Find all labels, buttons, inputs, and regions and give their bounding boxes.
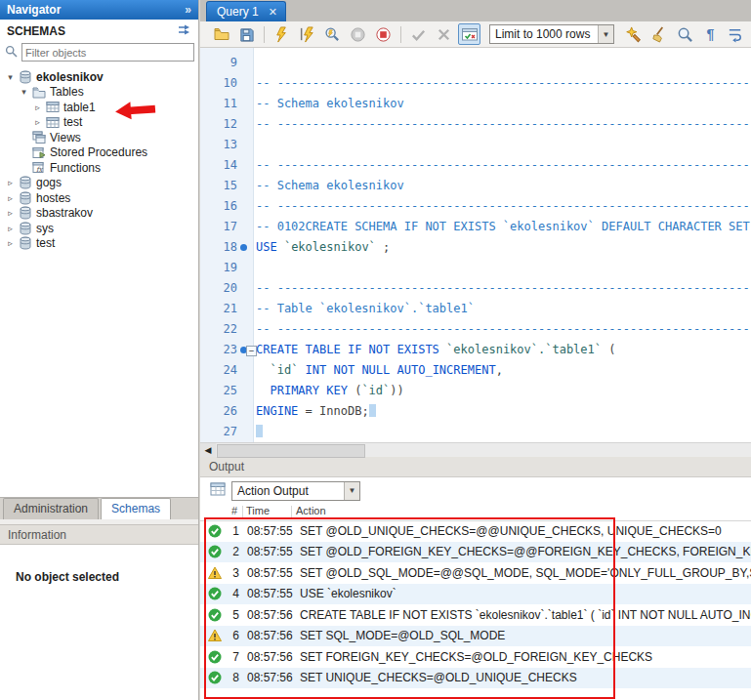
tab-query-1[interactable]: Query 1 ✕ <box>206 1 286 21</box>
code-line-15[interactable]: 15-- Schema ekolesnikov <box>200 176 751 196</box>
tree-item-gogs[interactable]: ▹gogs <box>0 176 198 191</box>
chevron-down-icon[interactable]: ▼ <box>344 482 359 500</box>
code-segment: `id` <box>361 384 390 397</box>
rollback-icon[interactable] <box>433 23 455 45</box>
tree-item-table1[interactable]: ▹table1 <box>0 100 198 115</box>
column-divider[interactable] <box>242 506 243 518</box>
success-icon <box>208 587 222 600</box>
code-line-21[interactable]: 21-- Table `ekolesnikov`.`table1` <box>200 299 751 319</box>
code-line-26[interactable]: 26ENGINE = InnoDB; <box>200 401 751 422</box>
expand-icon[interactable]: ▹ <box>31 117 44 127</box>
output-row-7[interactable]: 708:57:56SET FOREIGN_KEY_CHECKS=@OLD_FOR… <box>200 646 751 668</box>
success-icon <box>208 608 222 622</box>
find-icon[interactable] <box>674 23 696 45</box>
collapse-icon[interactable]: ▾ <box>4 72 17 82</box>
editor-horizontal-scrollbar[interactable]: ◀ <box>200 442 751 457</box>
tree-item-test[interactable]: ▹test <box>0 115 198 131</box>
expand-icon[interactable]: ▹ <box>4 178 17 187</box>
limit-rows-dropdown[interactable]: Limit to 1000 rows ▼ <box>489 24 614 44</box>
close-tab-icon[interactable]: ✕ <box>269 7 277 18</box>
line-number: 15 <box>200 176 237 196</box>
tree-item-stored-procedures[interactable]: Stored Procedures <box>0 145 198 161</box>
code-line-16[interactable]: 16-- -----------------------------------… <box>200 196 751 217</box>
expand-panel-icon[interactable] <box>178 24 191 38</box>
output-row-6[interactable]: 608:57:56SET SQL_MODE=@OLD_SQL_MODE <box>200 626 751 647</box>
expand-icon[interactable]: ▹ <box>4 238 17 248</box>
collapse-icon[interactable]: ▾ <box>18 87 30 97</box>
expand-icon[interactable]: ▹ <box>4 208 17 218</box>
line-number: 9 <box>200 53 237 73</box>
code-line-18[interactable]: 18USE `ekolesnikov` ; <box>200 237 751 258</box>
filter-objects-input[interactable] <box>21 43 194 62</box>
tree-item-label: table1 <box>61 101 96 114</box>
panel-menu-icon[interactable]: » <box>185 3 191 17</box>
chevron-down-icon[interactable]: ▼ <box>598 25 613 43</box>
code-line-12[interactable]: 12-- -----------------------------------… <box>200 114 751 135</box>
expand-icon[interactable]: ▹ <box>31 103 44 112</box>
sql-editor-panel: Query 1 ✕ <box>200 0 751 700</box>
line-number: 11 <box>200 94 237 114</box>
tab-schemas[interactable]: Schemas <box>101 498 171 519</box>
tree-item-label: sbastrakov <box>33 206 93 220</box>
code-line-17[interactable]: 17-- 0102CREATE SCHEMA IF NOT EXISTS `ek… <box>200 217 751 237</box>
code-line-19[interactable]: 19 <box>200 258 751 278</box>
execute-current-icon[interactable] <box>296 23 318 45</box>
stop-icon[interactable] <box>347 23 369 45</box>
scroll-left-icon[interactable]: ◀ <box>200 443 216 457</box>
output-row-4[interactable]: 408:57:55USE `ekolesnikov` <box>200 584 751 605</box>
code-line-13[interactable]: 13 <box>200 135 751 155</box>
execute-icon[interactable] <box>271 23 293 45</box>
code-line-14[interactable]: 14-- -----------------------------------… <box>200 155 751 176</box>
output-row-3[interactable]: 308:57:55SET @OLD_SQL_MODE=@@SQL_MODE, S… <box>200 562 751 584</box>
output-row-1[interactable]: 108:57:55SET @OLD_UNIQUE_CHECKS=@@UNIQUE… <box>200 520 751 542</box>
success-icon <box>208 671 222 684</box>
scrollbar-thumb[interactable] <box>217 444 365 458</box>
beautify-icon[interactable] <box>623 23 646 45</box>
tree-item-label: test <box>33 236 55 250</box>
clear-query-icon[interactable] <box>648 23 671 45</box>
code-line-9[interactable]: 9 <box>200 53 751 73</box>
output-row-8[interactable]: 808:57:56SET UNIQUE_CHECKS=@OLD_UNIQUE_C… <box>200 668 751 689</box>
toggle-wrap-icon[interactable] <box>725 23 747 45</box>
warning-icon <box>208 566 222 580</box>
tab-administration[interactable]: Administration <box>3 498 99 519</box>
expand-icon[interactable]: ▹ <box>4 224 17 233</box>
open-script-icon[interactable] <box>210 23 232 45</box>
toggle-autocommit-icon[interactable] <box>458 23 480 45</box>
column-header-index[interactable]: # <box>214 505 237 516</box>
expand-icon[interactable]: ▹ <box>4 193 17 203</box>
information-title: Information <box>0 528 74 542</box>
tree-item-label: Views <box>47 131 81 144</box>
fold-collapse-icon[interactable]: − <box>246 346 257 356</box>
tree-item-functions[interactable]: fxFunctions <box>0 160 198 176</box>
tree-item-sbastrakov[interactable]: ▹sbastrakov <box>0 206 198 222</box>
tree-item-hostes[interactable]: ▹hostes <box>0 190 198 206</box>
code-line-11[interactable]: 11-- Schema ekolesnikov <box>200 94 751 114</box>
action-output-selector[interactable]: Action Output ▼ <box>231 481 360 501</box>
column-header-action[interactable]: Action <box>296 505 326 516</box>
tree-item-test[interactable]: ▹test <box>0 236 198 252</box>
tree-item-views[interactable]: Views <box>0 130 198 145</box>
explain-icon[interactable] <box>321 23 344 45</box>
save-script-icon[interactable] <box>235 23 258 45</box>
code-line-25[interactable]: 25 PRIMARY KEY (`id`)) <box>200 381 751 401</box>
line-number: 25 <box>200 381 237 401</box>
sql-code-editor[interactable]: 910-- ----------------------------------… <box>200 48 751 442</box>
column-divider[interactable] <box>291 506 292 518</box>
code-line-27[interactable]: 27 <box>200 422 751 442</box>
code-line-24[interactable]: 24 `id` INT NOT NULL AUTO_INCREMENT, <box>200 360 751 381</box>
commit-icon[interactable] <box>407 23 430 45</box>
code-line-22[interactable]: 22-- -----------------------------------… <box>200 319 751 340</box>
tree-item-tables[interactable]: ▾Tables <box>0 85 198 101</box>
tree-item-ekolesnikov[interactable]: ▾ekolesnikov <box>0 69 198 85</box>
schemas-panel: SCHEMAS ▾ekolesnikov▾Tables▹table1▹testV… <box>0 20 198 497</box>
column-header-time[interactable]: Time <box>246 505 270 516</box>
code-line-20[interactable]: 20-- -----------------------------------… <box>200 278 751 299</box>
show-invisibles-icon[interactable]: ¶ <box>699 23 722 45</box>
output-row-5[interactable]: 508:57:56CREATE TABLE IF NOT EXISTS `eko… <box>200 604 751 626</box>
output-row-2[interactable]: 208:57:55SET @OLD_FOREIGN_KEY_CHECKS=@@F… <box>200 542 751 563</box>
code-line-23[interactable]: 23−CREATE TABLE IF NOT EXISTS `ekolesnik… <box>200 340 751 360</box>
code-line-10[interactable]: 10-- -----------------------------------… <box>200 73 751 94</box>
tree-item-sys[interactable]: ▹sys <box>0 221 198 236</box>
toggle-stop-on-error-icon[interactable] <box>372 23 395 45</box>
